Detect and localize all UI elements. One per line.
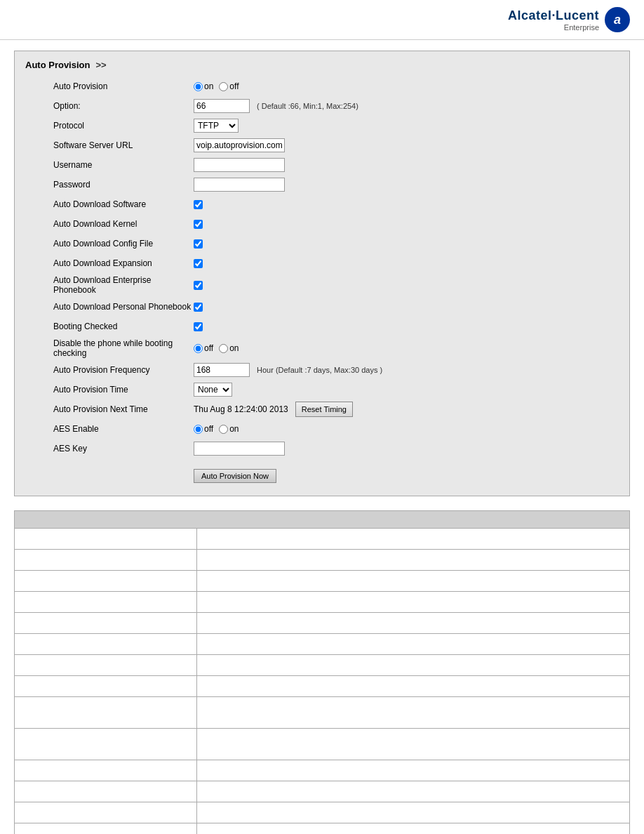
table-cell — [197, 613, 630, 634]
auto-dl-enterprise-pb-checkbox[interactable] — [194, 281, 203, 290]
frequency-row: Auto Provision Frequency Hour (Default :… — [25, 362, 619, 378]
booting-checked-label: Booting Checked — [25, 322, 194, 331]
auto-provision-now-button[interactable]: Auto Provision Now — [194, 469, 276, 483]
auto-dl-software-row: Auto Download Software — [25, 197, 619, 212]
reset-timing-button[interactable]: Reset Timing — [295, 402, 353, 417]
table-cell — [197, 781, 630, 802]
table-row — [15, 697, 630, 729]
table-cell — [15, 571, 197, 592]
table-cell — [197, 697, 630, 729]
frequency-control: Hour (Default :7 days, Max:30 days ) — [194, 363, 619, 377]
table-row — [15, 613, 630, 634]
aes-enable-off-label[interactable]: off — [194, 424, 213, 434]
table-row — [15, 802, 630, 823]
table-cell — [197, 760, 630, 781]
provision-time-control: None 00:00 01:00 02:00 — [194, 383, 619, 397]
table-cell — [15, 592, 197, 613]
table-row — [15, 634, 630, 655]
auto-dl-software-checkbox[interactable] — [194, 200, 203, 209]
disable-phone-row: Disable the phone while booting checking… — [25, 338, 619, 358]
provision-time-select[interactable]: None 00:00 01:00 02:00 — [194, 383, 232, 397]
aes-enable-on-label[interactable]: on — [219, 424, 239, 434]
booting-checked-checkbox[interactable] — [194, 322, 203, 331]
protocol-control: TFTP HTTP HTTPS FTP — [194, 119, 619, 133]
table-row — [15, 550, 630, 571]
auto-dl-expansion-checkbox[interactable] — [194, 259, 203, 268]
disable-phone-off-label[interactable]: off — [194, 343, 213, 353]
disable-phone-control: off on — [194, 343, 619, 353]
option-row: Option: ( Default :66, Min:1, Max:254) — [25, 98, 619, 114]
option-control: ( Default :66, Min:1, Max:254) — [194, 99, 619, 113]
table-cell — [197, 634, 630, 655]
panel-arrow: >> — [95, 60, 106, 70]
main-content: Auto Provision >> Auto Provision on off … — [0, 40, 644, 834]
option-label: Option: — [25, 101, 194, 111]
auto-dl-software-control — [194, 200, 619, 209]
auto-provision-on-label[interactable]: on — [194, 81, 213, 91]
table-cell — [15, 802, 197, 823]
option-hint: ( Default :66, Min:1, Max:254) — [257, 102, 358, 110]
table-cell — [15, 655, 197, 676]
disable-phone-off-radio[interactable] — [194, 344, 203, 353]
password-label: Password — [25, 180, 194, 190]
provision-next-time-control: Thu Aug 8 12:24:00 2013 Reset Timing — [194, 402, 619, 417]
protocol-label: Protocol — [25, 121, 194, 131]
table-cell — [197, 529, 630, 550]
provision-next-time-row: Auto Provision Next Time Thu Aug 8 12:24… — [25, 402, 619, 417]
auto-dl-kernel-checkbox[interactable] — [194, 220, 203, 229]
table-cell — [15, 781, 197, 802]
auto-provision-off-label[interactable]: off — [219, 81, 239, 91]
brand-name: Alcatel·Lucent — [508, 8, 599, 23]
disable-phone-on-radio[interactable] — [219, 344, 228, 353]
auto-dl-expansion-control — [194, 259, 619, 268]
auto-dl-config-row: Auto Download Config File — [25, 236, 619, 251]
auto-dl-config-label: Auto Download Config File — [25, 239, 194, 249]
page-header: Alcatel·Lucent Enterprise a — [0, 0, 644, 40]
brand-icon: a — [605, 7, 630, 32]
password-row: Password — [25, 177, 619, 192]
frequency-hint: Hour (Default :7 days, Max:30 days ) — [257, 366, 382, 374]
option-input[interactable] — [194, 99, 250, 113]
auto-dl-enterprise-pb-label: Auto Download Enterprise Phonebook — [25, 275, 194, 295]
auto-provision-panel: Auto Provision >> Auto Provision on off … — [14, 51, 630, 496]
protocol-select[interactable]: TFTP HTTP HTTPS FTP — [194, 119, 239, 133]
server-url-control — [194, 138, 619, 152]
auto-dl-personal-pb-checkbox[interactable] — [194, 303, 203, 312]
auto-dl-config-checkbox[interactable] — [194, 239, 203, 249]
aes-key-input[interactable] — [194, 442, 285, 456]
provision-time-label: Auto Provision Time — [25, 385, 194, 395]
provision-time-row: Auto Provision Time None 00:00 01:00 02:… — [25, 382, 619, 397]
panel-title: Auto Provision — [25, 60, 90, 70]
server-url-input[interactable] — [194, 138, 285, 152]
table-cell — [15, 697, 197, 729]
auto-dl-expansion-label: Auto Download Expansion — [25, 258, 194, 268]
server-url-row: Software Server URL — [25, 138, 619, 153]
auto-dl-kernel-label: Auto Download Kernel — [25, 219, 194, 229]
username-input[interactable] — [194, 158, 285, 172]
aes-enable-control: off on — [194, 424, 619, 434]
aes-enable-off-radio[interactable] — [194, 425, 203, 434]
brand-sub: Enterprise — [564, 23, 599, 32]
server-url-label: Software Server URL — [25, 140, 194, 150]
table-row — [15, 781, 630, 802]
auto-dl-personal-pb-control — [194, 303, 619, 312]
disable-phone-on-label[interactable]: on — [219, 343, 239, 353]
table-cell — [197, 676, 630, 697]
aes-enable-on-radio[interactable] — [219, 425, 228, 434]
table-row — [15, 760, 630, 781]
auto-provision-row: Auto Provision on off — [25, 79, 619, 94]
auto-dl-kernel-control — [194, 220, 619, 229]
table-cell — [15, 634, 197, 655]
password-input[interactable] — [194, 178, 285, 192]
bottom-table-container — [14, 510, 630, 834]
username-label: Username — [25, 160, 194, 170]
table-cell — [197, 823, 630, 835]
frequency-input[interactable] — [194, 363, 250, 377]
auto-dl-config-control — [194, 239, 619, 249]
auto-provision-on-radio[interactable] — [194, 82, 203, 91]
brand-row: Alcatel·Lucent Enterprise a — [508, 7, 630, 32]
table-cell — [15, 529, 197, 550]
booting-checked-row: Booting Checked — [25, 319, 619, 334]
password-control — [194, 178, 619, 192]
auto-provision-off-radio[interactable] — [219, 82, 228, 91]
